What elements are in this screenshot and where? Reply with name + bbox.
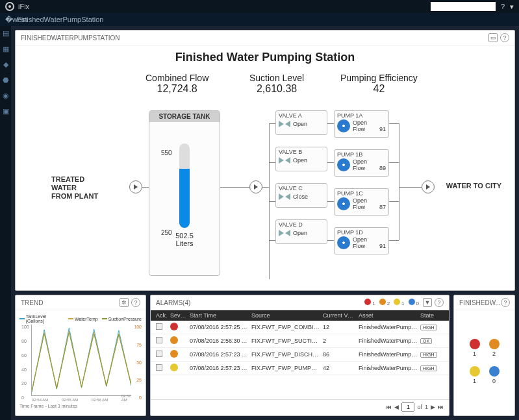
- summary-count[interactable]: 1: [364, 299, 375, 306]
- alarm-source: FIX.FWT_FWP_COMBIN...: [250, 324, 322, 330]
- pump-icon: [337, 197, 350, 210]
- alarm-state[interactable]: HIGH: [420, 352, 437, 358]
- user-icon[interactable]: ▾: [510, 3, 514, 11]
- pump-2[interactable]: PUMP 1C Open Flow87: [334, 188, 389, 216]
- valve-3[interactable]: VALVE D Open: [275, 219, 327, 244]
- valve-0[interactable]: VALVE A Open: [275, 110, 327, 135]
- mini-sev-item[interactable]: 1: [470, 366, 480, 384]
- mini-sev-item[interactable]: 1: [470, 339, 480, 357]
- pager-first[interactable]: ⏮: [386, 404, 392, 410]
- yleft-tick: 80: [21, 339, 27, 343]
- alarm-row[interactable]: 07/08/2016 2:56:30 AM FIX.FWT_FWP_SUCTIO…: [151, 334, 449, 348]
- alarm-source: FIX.FWT_FWP_PUMP_E...: [250, 365, 322, 371]
- alarm-asset: FinishedWaterPumpS...: [357, 365, 419, 371]
- pager-last[interactable]: ⏭: [438, 404, 444, 410]
- ack-checkbox[interactable]: [156, 323, 162, 330]
- x-tick: 02:57 AM: [121, 394, 131, 402]
- help-icon[interactable]: ?: [501, 298, 510, 307]
- valve-icon: [279, 229, 290, 238]
- summary-count[interactable]: 2: [379, 299, 390, 306]
- nav-item-4[interactable]: ⬣: [1, 75, 10, 84]
- kpi-flow-label: Combined Flow: [146, 73, 209, 83]
- col-src[interactable]: Source: [250, 312, 322, 319]
- trend-chart[interactable]: 100806040200100755025002:54 AM02:55 AM02…: [31, 325, 131, 396]
- tab-bar: �west FinishedWaterPumpStation: [0, 13, 519, 26]
- ack-checkbox[interactable]: [156, 351, 162, 357]
- yleft-tick: 60: [21, 353, 27, 358]
- nav-item-5[interactable]: ◉: [1, 91, 10, 100]
- summary-count[interactable]: 0: [409, 299, 419, 306]
- trend-plot: [32, 325, 131, 395]
- alarm-state[interactable]: OK: [420, 338, 432, 344]
- col-asset[interactable]: Asset: [357, 312, 419, 319]
- filter-icon[interactable]: ▼: [423, 298, 432, 307]
- pump-name: PUMP 1D: [337, 229, 386, 236]
- col-ack[interactable]: Ack.: [155, 312, 169, 319]
- pump-icon: [337, 158, 350, 171]
- nav-item-3[interactable]: ◆: [1, 60, 10, 69]
- share-icon[interactable]: �west: [5, 16, 13, 23]
- alarm-state[interactable]: HIGH: [420, 365, 437, 371]
- top-bar: iFix ? ▾: [0, 0, 519, 13]
- maximize-icon[interactable]: ▭: [488, 33, 498, 42]
- valve-name: VALVE C: [279, 185, 324, 191]
- valve-name: VALVE B: [279, 149, 324, 155]
- storage-tank[interactable]: STORAGE TANK 550 250 502.5Liters: [149, 110, 220, 276]
- outlet-node[interactable]: [422, 180, 435, 193]
- kpi-eff-label: Pumping Efficiency: [340, 73, 418, 83]
- pump-1[interactable]: PUMP 1B Open Flow89: [334, 149, 389, 177]
- search-input[interactable]: [431, 2, 496, 11]
- alarm-state[interactable]: HIGH: [420, 325, 437, 330]
- severity-dot-icon: [470, 366, 480, 377]
- alarm-row[interactable]: 07/08/2016 2:57:23 AM FIX.FWT_FWP_DISCHA…: [151, 348, 449, 362]
- col-sev[interactable]: Severity: [169, 312, 188, 319]
- nav-item-6[interactable]: ▣: [1, 106, 10, 116]
- ack-checkbox[interactable]: [156, 337, 162, 343]
- alarm-start: 07/08/2016 2:56:30 AM: [188, 338, 250, 344]
- col-cv[interactable]: Current Value: [322, 312, 357, 319]
- inlet-node[interactable]: [129, 180, 142, 193]
- pump-flow-value: 91: [379, 243, 386, 249]
- alarm-value: 2: [322, 338, 357, 344]
- summary-count[interactable]: 1: [394, 299, 404, 306]
- kpi-suction-label: Suction Level: [249, 73, 304, 83]
- mini-sev-item[interactable]: 2: [489, 339, 500, 357]
- pager-next[interactable]: ▶: [431, 404, 435, 410]
- pump-state: Open: [353, 158, 386, 165]
- valve-1[interactable]: VALVE B Open: [275, 147, 327, 171]
- help-icon[interactable]: ?: [500, 33, 509, 42]
- yright-tick: 50: [136, 360, 142, 365]
- pump-flow-value: 89: [379, 165, 386, 171]
- pump-0[interactable]: PUMP 1A Open Flow91: [334, 110, 389, 138]
- left-nav: ▤ ▦ ◆ ⬣ ◉ ▣: [0, 26, 11, 420]
- nav-item-2[interactable]: ▦: [1, 44, 10, 53]
- help-icon[interactable]: ?: [501, 3, 505, 10]
- legend-item[interactable]: WaterTemp: [68, 314, 98, 323]
- alarm-row[interactable]: 07/08/2016 2:57:25 AM FIX.FWT_FWP_COMBIN…: [151, 321, 449, 334]
- x-tick: 02:56 AM: [92, 398, 108, 402]
- alarm-row[interactable]: 07/08/2016 2:57:23 AM FIX.FWT_FWP_PUMP_E…: [151, 362, 449, 375]
- ack-checkbox[interactable]: [156, 364, 162, 371]
- valve-state: Open: [293, 230, 324, 236]
- mini-sev-item[interactable]: 0: [489, 366, 500, 384]
- severity-dot-icon: [470, 339, 480, 349]
- legend-item[interactable]: TankLevel (Gallons): [19, 314, 64, 323]
- tank-out-node[interactable]: [249, 180, 262, 193]
- pump-name: PUMP 1B: [337, 151, 386, 158]
- col-state[interactable]: State: [419, 312, 445, 319]
- tab-label[interactable]: FinishedWaterPumpStation: [17, 16, 104, 23]
- inlet-label: TREATED WATER FROM PLANT: [51, 175, 98, 201]
- alarm-source: FIX.FWT_FWP_DISCHA...: [250, 351, 322, 358]
- valve-2[interactable]: VALVE C Close: [275, 183, 327, 208]
- kpi-eff-value: 42: [340, 83, 418, 95]
- pager-of: of: [417, 404, 422, 410]
- help-icon[interactable]: ?: [435, 298, 444, 307]
- pump-3[interactable]: PUMP 1D Open Flow91: [334, 227, 389, 254]
- nav-item-1[interactable]: ▤: [1, 29, 10, 38]
- pager-prev[interactable]: ◀: [394, 404, 399, 410]
- pager-page[interactable]: [401, 402, 414, 412]
- col-start[interactable]: Start Time: [188, 312, 250, 319]
- help-icon[interactable]: ?: [131, 298, 140, 307]
- legend-item[interactable]: SuctionPressure: [102, 314, 142, 323]
- trend-config-icon[interactable]: ✲: [120, 298, 129, 307]
